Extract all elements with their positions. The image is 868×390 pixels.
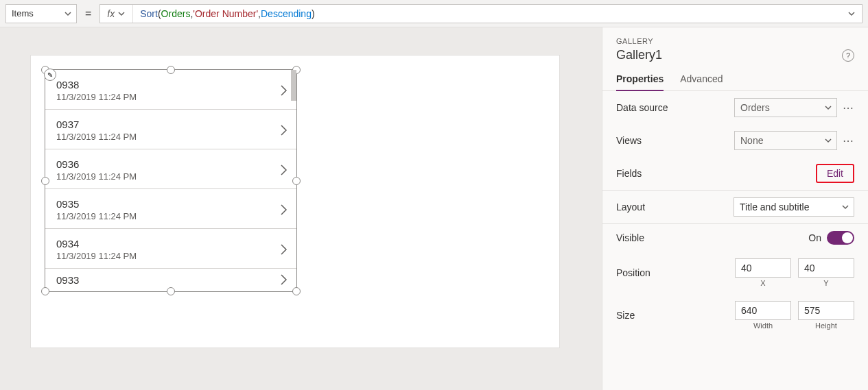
input-caption: Width — [753, 321, 773, 330]
list-item[interactable]: 0935 11/3/2019 11:24 PM — [45, 189, 296, 229]
list-item-title: 0935 — [56, 198, 137, 210]
prop-visible: Visible On — [602, 224, 868, 252]
chevron-down-icon — [841, 203, 849, 211]
chevron-right-icon — [279, 243, 288, 256]
formula-token-function: Sort — [140, 8, 158, 19]
chevron-right-icon — [279, 203, 288, 217]
prop-label: Visible — [616, 232, 644, 243]
equals-sign: = — [82, 8, 94, 20]
fx-button[interactable]: fx — [100, 5, 133, 23]
chevron-right-icon — [279, 84, 288, 97]
formula-input-group: fx Sort( Orders, 'Order Number', Descend… — [99, 4, 863, 23]
formula-bar: Items = fx Sort( Orders, 'Order Number',… — [0, 0, 868, 27]
list-item[interactable]: 0933 — [45, 269, 296, 289]
layout-dropdown[interactable]: Title and subtitle — [734, 197, 854, 217]
chevron-down-icon — [847, 10, 856, 18]
prop-views: Views None ⋯ — [602, 124, 868, 157]
views-dropdown[interactable]: None — [734, 131, 837, 150]
canvas-wrapper: ✎ 0938 11/3/2019 11:24 PM — [0, 27, 602, 390]
more-options-icon[interactable]: ⋯ — [843, 134, 854, 147]
formula-expand-button[interactable] — [841, 5, 862, 23]
list-item[interactable]: 0934 11/3/2019 11:24 PM — [45, 229, 296, 269]
size-width-input[interactable] — [735, 301, 791, 320]
main-area: ✎ 0938 11/3/2019 11:24 PM — [0, 27, 868, 390]
formula-token-datasource: Orders — [161, 8, 191, 19]
list-item-title: 0933 — [56, 274, 79, 286]
tab-advanced[interactable]: Advanced — [680, 73, 723, 90]
position-y-input[interactable] — [798, 258, 854, 278]
prop-layout: Layout Title and subtitle — [602, 191, 868, 224]
input-caption: X — [760, 279, 765, 287]
input-caption: Y — [823, 279, 828, 287]
prop-position: Position X Y — [602, 252, 868, 294]
panel-tabs: Properties Advanced — [602, 73, 868, 91]
prop-data-source: Data source Orders ⋯ — [602, 91, 868, 124]
list-item[interactable]: 0937 11/3/2019 11:24 PM — [45, 110, 296, 149]
toggle-knob — [842, 232, 853, 243]
list-item[interactable]: 0938 11/3/2019 11:24 PM — [45, 70, 296, 110]
fx-label: fx — [107, 8, 115, 19]
toggle-state-label: On — [808, 232, 821, 243]
list-item-subtitle: 11/3/2019 11:24 PM — [56, 251, 137, 261]
property-selector[interactable]: Items — [5, 4, 77, 23]
prop-size: Size Width Height — [602, 294, 868, 337]
list-item[interactable]: 0936 11/3/2019 11:24 PM — [45, 149, 296, 189]
chevron-down-icon — [824, 103, 832, 112]
prop-label: Layout — [616, 202, 645, 212]
prop-fields: Fields Edit — [602, 157, 868, 191]
formula-token-string: 'Order Number' — [193, 8, 258, 19]
prop-label: Size — [616, 310, 635, 321]
formula-token-enum: Descending — [261, 8, 312, 19]
data-source-dropdown[interactable]: Orders — [734, 98, 837, 117]
chevron-down-icon — [824, 136, 832, 145]
list-item-subtitle: 11/3/2019 11:24 PM — [56, 92, 137, 102]
gallery-body: 0938 11/3/2019 11:24 PM 0937 11/3/2019 1… — [45, 70, 296, 291]
control-type-label: GALLERY — [616, 37, 854, 45]
formula-input[interactable]: Sort( Orders, 'Order Number', Descending… — [133, 5, 841, 23]
control-name[interactable]: Gallery1 — [616, 48, 662, 62]
app-canvas[interactable]: ✎ 0938 11/3/2019 11:24 PM — [30, 55, 560, 348]
properties-panel: GALLERY Gallery1 ? Properties Advanced D… — [602, 27, 868, 390]
tab-properties[interactable]: Properties — [616, 73, 664, 91]
prop-label: Views — [616, 135, 642, 146]
list-item-title: 0937 — [56, 119, 137, 130]
visible-toggle[interactable] — [827, 231, 854, 245]
input-caption: Height — [815, 321, 837, 330]
chevron-right-icon — [279, 163, 288, 177]
chevron-right-icon — [279, 123, 288, 137]
prop-label: Fields — [616, 168, 642, 179]
size-height-input[interactable] — [798, 301, 854, 320]
edit-pencil-icon[interactable]: ✎ — [44, 69, 56, 81]
list-item-title: 0936 — [56, 158, 137, 170]
properties-list: Data source Orders ⋯ Views None ⋯ — [602, 91, 868, 390]
fields-edit-button[interactable]: Edit — [816, 164, 854, 183]
more-options-icon[interactable]: ⋯ — [843, 101, 854, 114]
list-item-subtitle: 11/3/2019 11:24 PM — [56, 132, 137, 142]
list-item-title: 0934 — [56, 238, 137, 249]
list-item-subtitle: 11/3/2019 11:24 PM — [56, 211, 137, 221]
list-item-subtitle: 11/3/2019 11:24 PM — [56, 171, 137, 182]
gallery-control[interactable]: ✎ 0938 11/3/2019 11:24 PM — [45, 69, 297, 292]
prop-label: Position — [616, 267, 650, 278]
chevron-down-icon — [64, 10, 72, 18]
scrollbar[interactable] — [291, 70, 296, 101]
panel-header: GALLERY Gallery1 ? — [602, 27, 868, 62]
property-selector-label: Items — [12, 8, 34, 19]
help-icon[interactable]: ? — [842, 49, 854, 62]
list-item-title: 0938 — [56, 79, 137, 90]
position-x-input[interactable] — [735, 258, 791, 278]
prop-label: Data source — [616, 102, 668, 113]
chevron-down-icon — [117, 10, 126, 18]
chevron-right-icon — [279, 273, 288, 287]
